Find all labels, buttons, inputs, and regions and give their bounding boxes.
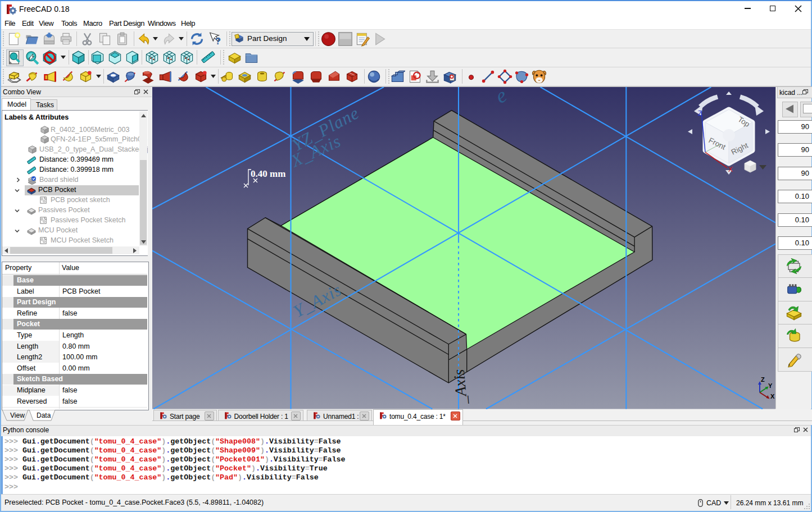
svg-text:X: X xyxy=(770,393,775,400)
svg-text:Y: Y xyxy=(768,382,773,389)
svg-text:?: ? xyxy=(215,36,221,47)
svg-text:Z: Z xyxy=(761,376,765,383)
svg-text:X: X xyxy=(728,166,733,173)
svg-text:_Axis: _Axis xyxy=(450,368,470,405)
svg-text:View: View xyxy=(10,412,25,419)
svg-text:Z: Z xyxy=(698,109,702,117)
svg-text:Data: Data xyxy=(37,412,51,419)
svg-text:0.40 mm: 0.40 mm xyxy=(251,168,285,179)
